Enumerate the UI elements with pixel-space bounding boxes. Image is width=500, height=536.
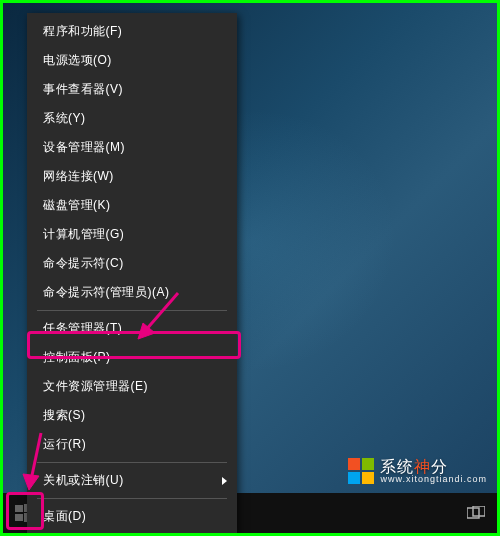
menu-power-options[interactable]: 电源选项(O) xyxy=(27,46,237,75)
menu-command-prompt[interactable]: 命令提示符(C) xyxy=(27,249,237,278)
menu-control-panel[interactable]: 控制面板(P) xyxy=(27,343,237,372)
taskbar-tray xyxy=(459,493,493,533)
menu-device-manager[interactable]: 设备管理器(M) xyxy=(27,133,237,162)
menu-desktop[interactable]: 桌面(D) xyxy=(27,502,237,531)
menu-task-manager[interactable]: 任务管理器(T) xyxy=(27,314,237,343)
menu-system[interactable]: 系统(Y) xyxy=(27,104,237,133)
menu-disk-management[interactable]: 磁盘管理(K) xyxy=(27,191,237,220)
annotation-arrow-icon xyxy=(133,283,193,343)
menu-search[interactable]: 搜索(S) xyxy=(27,401,237,430)
windows-tiles-icon xyxy=(348,458,374,484)
menu-network-connections[interactable]: 网络连接(W) xyxy=(27,162,237,191)
svg-line-0 xyxy=(145,293,178,331)
svg-marker-1 xyxy=(138,323,155,339)
menu-computer-management[interactable]: 计算机管理(G) xyxy=(27,220,237,249)
menu-divider xyxy=(37,310,227,311)
svg-marker-3 xyxy=(23,474,39,490)
watermark-url: www.xitongtiandi.com xyxy=(380,475,487,485)
annotation-arrow-icon xyxy=(19,428,59,498)
menu-command-prompt-admin[interactable]: 命令提示符(管理员)(A) xyxy=(27,278,237,307)
watermark-text: 系统神分 xyxy=(380,458,487,476)
svg-rect-6 xyxy=(15,514,23,521)
menu-divider xyxy=(37,462,227,463)
menu-programs-features[interactable]: 程序和功能(F) xyxy=(27,17,237,46)
menu-divider xyxy=(37,498,227,499)
svg-line-2 xyxy=(31,433,41,480)
svg-rect-4 xyxy=(15,505,23,512)
menu-event-viewer[interactable]: 事件查看器(V) xyxy=(27,75,237,104)
menu-file-explorer[interactable]: 文件资源管理器(E) xyxy=(27,372,237,401)
submenu-arrow-icon xyxy=(222,477,227,485)
task-view-icon[interactable] xyxy=(467,506,485,520)
watermark: 系统神分 www.xitongtiandi.com xyxy=(348,458,487,485)
